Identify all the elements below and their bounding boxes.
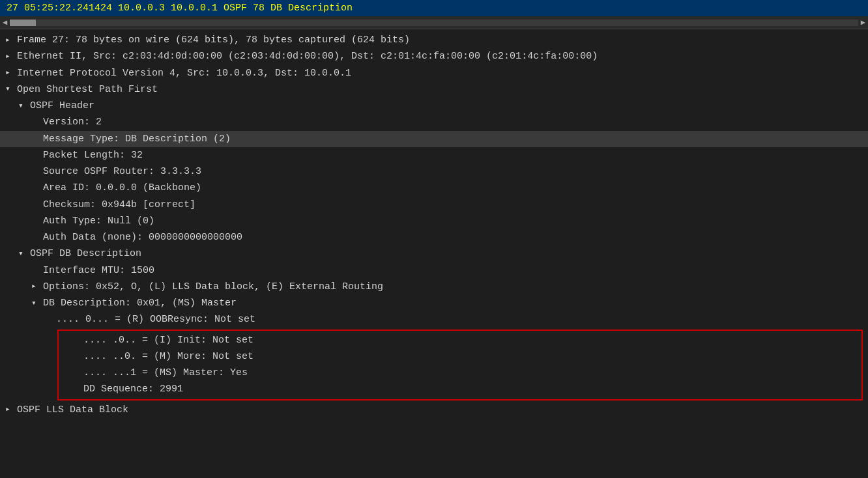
tree-line-ddseq[interactable]: DD Sequence: 2991 bbox=[59, 381, 861, 397]
tree-line-ospf-db[interactable]: ▾OSPF DB Description bbox=[0, 246, 868, 262]
tree-line-authtype[interactable]: Auth Type: Null (0) bbox=[0, 213, 868, 229]
tree-line-lls[interactable]: ▸OSPF LLS Data Block bbox=[0, 402, 868, 418]
red-box-section: .... .0.. = (I) Init: Not set .... ..0. … bbox=[57, 330, 863, 401]
scroll-thumb[interactable] bbox=[10, 20, 36, 26]
tree-line-areaid[interactable]: Area ID: 0.0.0.0 (Backbone) bbox=[0, 180, 868, 196]
line-text: .... .0.. = (I) Init: Not set bbox=[83, 333, 253, 348]
tree-line-oobresync[interactable]: .... 0... = (R) OOBResync: Not set bbox=[0, 311, 868, 328]
line-text: OSPF LLS Data Block bbox=[17, 402, 128, 417]
toggle-expand[interactable]: ▸ bbox=[5, 50, 14, 63]
tree-line-more[interactable]: .... ..0. = (M) More: Not set bbox=[59, 348, 861, 365]
line-text: Area ID: 0.0.0.0 (Backbone) bbox=[43, 180, 201, 195]
tree-line-ospf-header[interactable]: ▾OSPF Header bbox=[0, 98, 868, 114]
scroll-bar-top[interactable]: ◀ ▶ bbox=[0, 16, 868, 29]
line-text: Auth Type: Null (0) bbox=[43, 214, 154, 229]
tree-line-frame[interactable]: ▸Frame 27: 78 bytes on wire (624 bits), … bbox=[0, 32, 868, 48]
tree-line-ospf[interactable]: ▾Open Shortest Path First bbox=[0, 81, 868, 98]
toggle-none bbox=[31, 214, 40, 227]
tree-line-options[interactable]: ▸Options: 0x52, O, (L) LLS Data block, (… bbox=[0, 279, 868, 295]
tree-line-master[interactable]: .... ...1 = (MS) Master: Yes bbox=[59, 365, 861, 381]
tree-line-init[interactable]: .... .0.. = (I) Init: Not set bbox=[59, 332, 861, 348]
line-text: .... ..0. = (M) More: Not set bbox=[83, 349, 253, 364]
tree-line-dbdesc[interactable]: ▾DB Description: 0x01, (MS) Master bbox=[0, 295, 868, 311]
line-text: Checksum: 0x944b [correct] bbox=[43, 197, 195, 212]
scroll-right-arrow[interactable]: ▶ bbox=[861, 18, 865, 27]
line-text: Frame 27: 78 bytes on wire (624 bits), 7… bbox=[17, 33, 410, 48]
line-text: Message Type: DB Description (2) bbox=[43, 132, 231, 147]
tree-line-checksum[interactable]: Checksum: 0x944b [correct] bbox=[0, 197, 868, 213]
tree-line-authdata[interactable]: Auth Data (none): 0000000000000000 bbox=[0, 229, 868, 246]
line-text: DD Sequence: 2991 bbox=[83, 382, 183, 397]
line-text: DB Description: 0x01, (MS) Master bbox=[43, 296, 237, 311]
line-text: OSPF Header bbox=[30, 98, 94, 113]
toggle-expand[interactable]: ▸ bbox=[5, 403, 14, 416]
line-text: .... 0... = (R) OOBResync: Not set bbox=[56, 312, 255, 327]
line-text: Options: 0x52, O, (L) LLS Data block, (E… bbox=[43, 279, 383, 294]
scroll-left-arrow[interactable]: ◀ bbox=[3, 18, 7, 27]
toggle-none bbox=[44, 313, 53, 326]
toggle-none bbox=[31, 116, 40, 129]
line-text: Version: 2 bbox=[43, 115, 102, 130]
tree-line-ip[interactable]: ▸Internet Protocol Version 4, Src: 10.0.… bbox=[0, 65, 868, 81]
toggle-collapse[interactable]: ▾ bbox=[31, 297, 40, 310]
toggle-none bbox=[31, 231, 40, 244]
tree-line-msgtype[interactable]: Message Type: DB Description (2) bbox=[0, 131, 868, 147]
toggle-none bbox=[31, 132, 40, 145]
line-text: Packet Length: 32 bbox=[43, 148, 143, 163]
line-text: Source OSPF Router: 3.3.3.3 bbox=[43, 164, 201, 179]
top-bar: 27 05:25:22.241424 10.0.0.3 10.0.0.1 OSP… bbox=[0, 0, 868, 16]
tree-line-ethernet[interactable]: ▸Ethernet II, Src: c2:03:4d:0d:00:00 (c2… bbox=[0, 48, 868, 64]
tree-line-pktlen[interactable]: Packet Length: 32 bbox=[0, 147, 868, 163]
line-text: Open Shortest Path First bbox=[17, 82, 158, 97]
tree-line-version[interactable]: Version: 2 bbox=[0, 114, 868, 130]
toggle-collapse[interactable]: ▾ bbox=[18, 100, 27, 113]
toggle-expand[interactable]: ▸ bbox=[31, 280, 40, 293]
toggle-none bbox=[31, 165, 40, 178]
toggle-expand[interactable]: ▸ bbox=[5, 66, 14, 79]
toggle-expand[interactable]: ▸ bbox=[5, 34, 14, 47]
line-text: Interface MTU: 1500 bbox=[43, 263, 154, 278]
toggle-collapse[interactable]: ▾ bbox=[5, 83, 14, 96]
toggle-none bbox=[31, 182, 40, 195]
toggle-none bbox=[31, 198, 40, 211]
toggle-none bbox=[31, 148, 40, 162]
scroll-track[interactable] bbox=[10, 20, 858, 26]
main-content: ▸Frame 27: 78 bytes on wire (624 bits), … bbox=[0, 29, 868, 478]
line-text: Internet Protocol Version 4, Src: 10.0.0… bbox=[17, 66, 351, 81]
toggle-none bbox=[31, 264, 40, 277]
line-text: OSPF DB Description bbox=[30, 246, 141, 261]
line-text: Auth Data (none): 0000000000000000 bbox=[43, 230, 242, 245]
line-text: .... ...1 = (MS) Master: Yes bbox=[83, 365, 248, 380]
top-bar-text: 27 05:25:22.241424 10.0.0.3 10.0.0.1 OSP… bbox=[7, 3, 353, 14]
line-text: Ethernet II, Src: c2:03:4d:0d:00:00 (c2:… bbox=[17, 49, 598, 64]
tree-line-mtu[interactable]: Interface MTU: 1500 bbox=[0, 262, 868, 279]
tree-line-srcrouter[interactable]: Source OSPF Router: 3.3.3.3 bbox=[0, 163, 868, 180]
toggle-collapse[interactable]: ▾ bbox=[18, 247, 27, 260]
